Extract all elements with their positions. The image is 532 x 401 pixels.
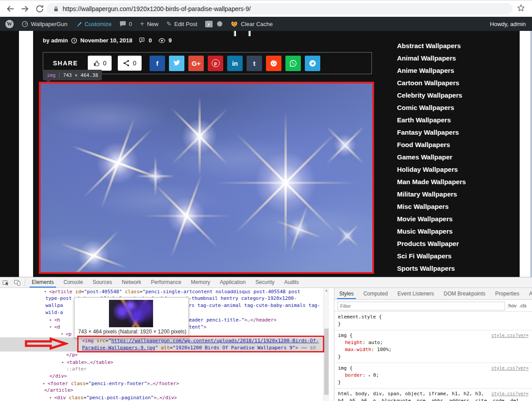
- wp-admin-bar: W WallpaperGun Customize 0 + New ✎ Edit …: [0, 17, 532, 31]
- views-eye-icon: [158, 38, 165, 43]
- byline-comment-count[interactable]: 0: [149, 37, 152, 44]
- css-rule: element.style {}: [334, 312, 532, 330]
- inspect-element-icon[interactable]: [2, 279, 9, 286]
- category-link[interactable]: Food Wallpapers: [397, 139, 521, 151]
- category-link[interactable]: Anime Wallpapers: [397, 64, 521, 77]
- admin-bar-customize[interactable]: Customize: [75, 21, 112, 27]
- category-link[interactable]: Games Wallpaper: [397, 151, 521, 163]
- admin-bar-new[interactable]: + New: [140, 19, 158, 28]
- image-preview-tooltip: 743 × 464 pixels (Natural: 1920 × 1200 p…: [74, 297, 189, 338]
- linkedin-share-button[interactable]: in: [227, 56, 243, 71]
- share-count-button[interactable]: 0: [118, 56, 142, 71]
- styles-tabs: StylesComputedEvent ListenersDOM Breakpo…: [334, 288, 532, 300]
- twitter-share-button[interactable]: [169, 56, 184, 71]
- reload-icon[interactable]: [35, 4, 45, 14]
- page-scrollbar[interactable]: [530, 31, 532, 277]
- dom-tree-row[interactable]: ::after: [0, 366, 323, 373]
- fractal-wallpaper-image[interactable]: [39, 82, 374, 274]
- styles-tab-properties[interactable]: Properties: [491, 289, 523, 299]
- admin-bar-howdy[interactable]: Howdy, admin: [490, 21, 526, 27]
- scrollbar-thumb[interactable]: [324, 329, 329, 395]
- forward-icon[interactable]: [20, 4, 30, 14]
- yoast-status-dot: [217, 21, 222, 26]
- admin-bar-yoast[interactable]: y: [205, 21, 213, 27]
- post-byline: by admin November 10, 2018 0 9: [43, 37, 172, 44]
- devtools-tab-sources[interactable]: Sources: [89, 278, 116, 287]
- category-link[interactable]: Music Wallpapers: [397, 225, 521, 238]
- class-toggle[interactable]: .cls: [519, 303, 527, 308]
- whatsapp-share-button[interactable]: [285, 56, 301, 71]
- share-label: SHARE: [53, 60, 78, 67]
- reddit-share-button[interactable]: [266, 56, 281, 71]
- back-icon[interactable]: [5, 4, 15, 14]
- thumb-up-icon: [93, 60, 100, 67]
- pinterest-icon: p: [212, 59, 220, 67]
- devtools-tab-elements[interactable]: Elements: [28, 278, 58, 287]
- styles-tab-computed[interactable]: Computed: [360, 289, 392, 299]
- dom-tree-row[interactable]: ▸<table>…</table>: [0, 359, 323, 366]
- category-link[interactable]: Military Wallpapers: [397, 188, 521, 200]
- yoast-seo-icon: y: [205, 21, 213, 27]
- address-bar[interactable]: https://wallpapergun.com/1920x1200-birds…: [47, 3, 513, 15]
- styles-tab-dom-breakpoints[interactable]: DOM Breakpoints: [440, 289, 490, 299]
- page-viewport: by admin November 10, 2018 0 9 SHARE 0 0…: [0, 31, 532, 277]
- fractal-star: [274, 205, 323, 253]
- bookmark-star-icon[interactable]: [517, 4, 525, 12]
- category-link[interactable]: Comic Wallpapers: [397, 102, 521, 114]
- comment-bubble-icon: [120, 21, 126, 27]
- admin-bar-edit-post[interactable]: ✎ Edit Post: [166, 20, 197, 27]
- device-toolbar-icon[interactable]: [14, 279, 21, 286]
- pseudo-state-toggle[interactable]: :hov: [507, 303, 517, 308]
- devtools-tab-console[interactable]: Console: [60, 278, 87, 287]
- styles-tab-styles[interactable]: Styles: [335, 289, 358, 299]
- dom-tree-row[interactable]: ▾<article id="post-405548" class="penci-…: [0, 288, 323, 295]
- category-link[interactable]: Products Wallpaper: [397, 238, 521, 250]
- customize-brush-icon: [75, 21, 82, 27]
- devtools-tab-audits[interactable]: Audits: [280, 278, 303, 287]
- category-sidebar: Abstract WallpapersAnimal WallpapersAnim…: [397, 40, 521, 275]
- devtools-tab-network[interactable]: Network: [118, 278, 145, 287]
- stylesheet-link[interactable]: style.css?ver=: [491, 365, 528, 372]
- admin-bar-site-name[interactable]: WallpaperGun: [22, 21, 67, 27]
- tumblr-share-button[interactable]: t: [247, 56, 262, 71]
- admin-bar-clear-cache[interactable]: Clear Cache: [230, 21, 273, 27]
- devtools-tab-memory[interactable]: Memory: [187, 278, 214, 287]
- cheetah-cache-icon: [230, 21, 238, 27]
- pinterest-share-button[interactable]: p: [208, 56, 223, 71]
- category-link[interactable]: Movie Wallpapers: [397, 213, 521, 225]
- category-link[interactable]: Man Made Wallpapers: [397, 176, 521, 188]
- category-link[interactable]: Abstract Wallpapers: [397, 40, 521, 52]
- wp-logo[interactable]: W: [5, 20, 14, 28]
- devtools-tab-security[interactable]: Security: [251, 278, 278, 287]
- dom-tree-row[interactable]: ▸<div class="penci-post-pagination">…</d…: [0, 394, 323, 401]
- tooltip-dimensions: 743 × 464.38: [63, 72, 98, 78]
- google-plus-share-button[interactable]: G+: [188, 56, 204, 71]
- scroll-up-arrow[interactable]: ▲: [324, 288, 329, 293]
- devtools-tab-application[interactable]: Application: [216, 278, 250, 287]
- facebook-share-button[interactable]: f: [150, 56, 165, 71]
- stylesheet-link[interactable]: style.css?ver=: [491, 390, 528, 397]
- stylesheet-link[interactable]: style.css?ver=: [491, 332, 528, 339]
- styles-filter-input[interactable]: [337, 302, 505, 310]
- category-link[interactable]: Celebrity Wallpapers: [397, 89, 521, 102]
- category-link[interactable]: Sports Wallpapers: [397, 262, 521, 275]
- like-button[interactable]: 0: [88, 56, 112, 71]
- byline-author[interactable]: by admin: [43, 37, 68, 44]
- dom-tree-row[interactable]: </div>: [0, 373, 323, 380]
- styles-tab-event-listeners[interactable]: Event Listeners: [393, 289, 438, 299]
- category-link[interactable]: Sci Fi Wallpapers: [397, 250, 521, 262]
- category-link[interactable]: Earth Wallpapers: [397, 114, 521, 126]
- url-text[interactable]: https://wallpapergun.com/1920x1200-birds…: [63, 5, 251, 12]
- dom-tree-row[interactable]: ▸<footer class="penci-entry-footer">…</f…: [0, 380, 323, 387]
- category-link[interactable]: Holiday Wallpapers: [397, 163, 521, 176]
- devtools-tab-performance[interactable]: Performance: [147, 278, 185, 287]
- admin-bar-comments[interactable]: 0: [120, 21, 132, 27]
- styles-tab-accessibility[interactable]: Accessibility: [525, 289, 532, 299]
- dom-tree-row[interactable]: </article>: [0, 387, 323, 394]
- telegram-share-button[interactable]: [305, 56, 320, 71]
- category-link[interactable]: Animal Wallpapers: [397, 52, 521, 64]
- category-link[interactable]: Fantasy Wallpapers: [397, 126, 521, 139]
- dom-tree-row[interactable]: </p>: [0, 352, 323, 359]
- category-link[interactable]: Misc Wallpapers: [397, 200, 521, 213]
- category-link[interactable]: Cartoon Wallpapers: [397, 77, 521, 89]
